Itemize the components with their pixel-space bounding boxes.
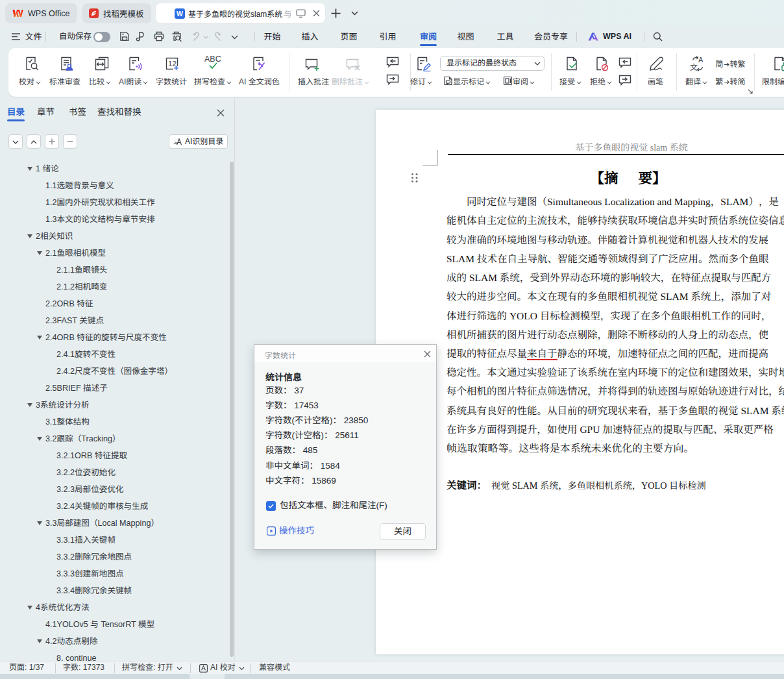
svg-text:W: W — [177, 10, 183, 18]
svg-text:A: A — [698, 56, 704, 64]
svg-text:文: 文 — [690, 61, 698, 71]
svg-text:ABC: ABC — [204, 55, 221, 64]
svg-text:12: 12 — [168, 60, 177, 68]
